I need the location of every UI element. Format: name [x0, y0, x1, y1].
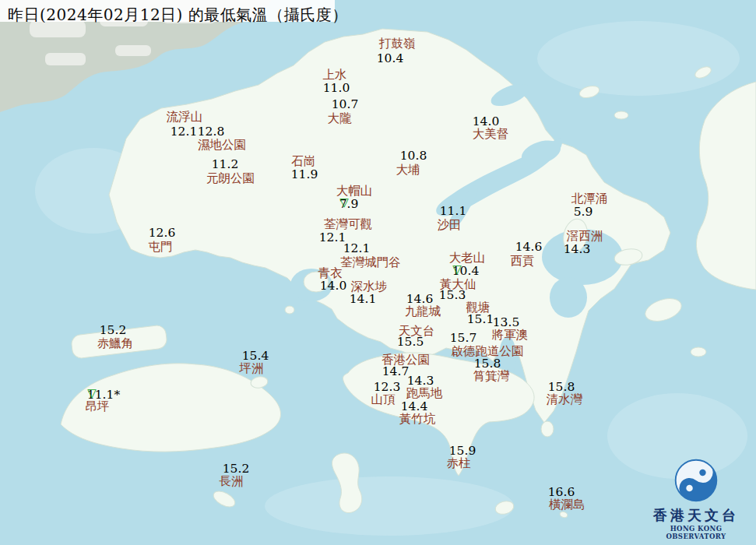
station-name: 坪洲	[240, 363, 264, 375]
station-name: 上水	[323, 69, 347, 82]
station-name: 沙田	[438, 220, 462, 232]
ma-wan-island	[285, 306, 294, 314]
station-value: 15.2	[223, 463, 250, 476]
station-value: 14.1	[350, 294, 377, 306]
station-value: 14.3	[407, 375, 434, 388]
station-value: 10.4	[377, 53, 404, 65]
station-value: 15.3	[439, 290, 466, 302]
station-name: 昂坪	[86, 401, 110, 413]
record-triangle-icon: ▽	[339, 197, 349, 209]
station-name: 滘西洲	[567, 230, 603, 243]
station-name: 赤鱲角	[97, 338, 134, 350]
hko-logo: 香港天文台 HONG KONG OBSERVATORY	[639, 456, 753, 540]
station-value: 14.6	[406, 294, 434, 306]
station-value: 5.9	[574, 206, 593, 219]
station-value: 15.4	[242, 350, 269, 363]
station-name: 筲箕灣	[473, 371, 510, 383]
station-value: 14.3	[564, 244, 591, 256]
station-name: 濕地公園	[198, 139, 246, 152]
record-triangle-icon: ▽	[452, 264, 462, 276]
station-name: 屯門	[149, 241, 173, 254]
station-value: 11.0	[323, 83, 350, 95]
station-value: 12.1	[319, 232, 346, 244]
station-name: 荃灣城門谷	[340, 257, 401, 269]
station-value: 12.3	[374, 382, 401, 394]
station-name: 石崗	[292, 156, 316, 168]
station-name: 元朗公園	[206, 173, 255, 185]
station-name: 黃竹坑	[399, 413, 436, 426]
hko-logo-chinese: 香港天文台	[639, 506, 753, 525]
station-value: 13.5	[493, 317, 520, 329]
station-value: 14.4	[401, 401, 428, 413]
station-name: 大埔	[396, 164, 420, 177]
station-value: 14.7	[382, 366, 410, 378]
station-value: 14.0	[320, 280, 347, 293]
station-name: 赤柱	[447, 458, 471, 470]
station-value: 11.1	[440, 206, 467, 218]
weather-map-page: 昨日(2024年02月12日) 的最低氣溫（攝氏度） 打鼓嶺10.4上水11.0…	[0, 0, 756, 545]
station-value: 15.8	[474, 358, 501, 371]
station-name: 流浮山	[167, 111, 203, 124]
hko-logo-icon	[672, 456, 720, 505]
station-name: 清水灣	[547, 394, 583, 406]
tung-lung-island	[541, 421, 554, 437]
station-name: 橫瀾島	[549, 499, 585, 512]
station-value: 10.7	[332, 99, 359, 111]
record-triangle-icon: ▽	[87, 388, 97, 399]
station-name: 九龍城	[405, 306, 441, 318]
station-value: 15.7	[450, 332, 477, 345]
station-name: 長洲	[220, 476, 244, 488]
station-name: 荃灣可觀	[324, 219, 372, 231]
station-value: 12.8	[198, 126, 225, 139]
hko-logo-english: HONG KONG OBSERVATORY	[639, 525, 753, 540]
station-value: 15.1	[467, 314, 494, 326]
ne-island-2	[614, 111, 628, 119]
station-name: 打鼓嶺	[379, 38, 416, 51]
station-value: 14.0	[473, 116, 500, 128]
station-value: 11.2	[212, 159, 239, 171]
station-value: 15.9	[449, 445, 476, 458]
station-value: 15.2	[100, 325, 127, 337]
station-name: 將軍澳	[492, 329, 529, 342]
station-value: 12.1	[343, 243, 371, 255]
station-value: 12.1	[171, 126, 198, 139]
east-island-3	[691, 347, 706, 357]
station-name: 跑馬地	[406, 388, 443, 400]
station-value: 15.8	[548, 382, 575, 394]
station-name: 大隴	[328, 113, 352, 125]
station-value: 16.6	[548, 487, 575, 499]
station-name: 山頂	[371, 394, 396, 406]
station-value: 15.5	[397, 336, 424, 349]
station-value: 14.6	[515, 241, 543, 254]
station-value: 11.9	[291, 169, 318, 181]
station-value: 10.8	[400, 150, 427, 163]
map-title: 昨日(2024年02月12日) 的最低氣溫（攝氏度）	[8, 5, 348, 26]
station-value: 12.6	[149, 227, 176, 240]
station-name: 西貢	[511, 255, 535, 268]
station-name: 北潭涌	[571, 193, 608, 206]
station-name: 大美督	[473, 128, 509, 141]
